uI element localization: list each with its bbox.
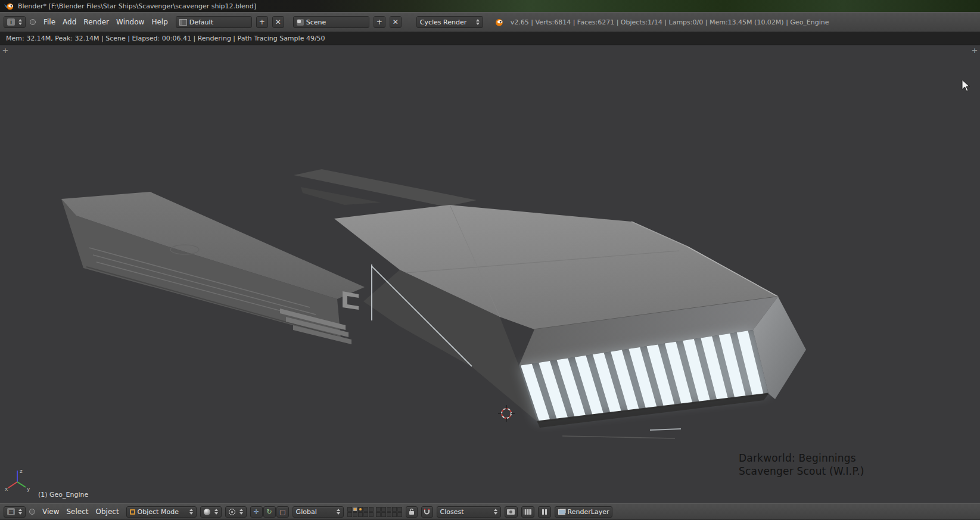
render-status-bar: Mem: 32.14M, Peak: 32.14M | Scene | Elap… — [0, 32, 980, 45]
mouse-cursor — [962, 79, 972, 92]
dropdown-arrows-icon — [214, 509, 218, 515]
layer-group-left — [347, 507, 374, 517]
scene-caption: Darkworld: Beginnings Scavenger Scout (W… — [739, 452, 864, 478]
dropdown-arrows-icon — [189, 509, 193, 515]
camera-icon — [507, 509, 515, 515]
layer-toggle-14[interactable] — [363, 512, 368, 517]
layer-toggle-10[interactable] — [397, 507, 402, 512]
menu-view[interactable]: View — [39, 507, 63, 516]
layer-toggle-6[interactable] — [376, 507, 381, 512]
layer-toggle-1[interactable] — [347, 507, 352, 512]
viewport-3d[interactable]: + + Darkworld: Beginnings Scavenger Scou… — [0, 45, 980, 503]
collapse-menus-icon[interactable] — [30, 19, 36, 25]
layer-toggle-2[interactable] — [353, 507, 357, 512]
interaction-mode-selector[interactable]: Object Mode — [126, 506, 197, 518]
layer-toggle-3[interactable] — [358, 507, 363, 512]
3d-cursor — [498, 405, 515, 422]
layer-toggle-13[interactable] — [358, 512, 363, 517]
screen-layout-selector[interactable]: Default — [176, 16, 252, 28]
interaction-mode-value: Object Mode — [138, 508, 179, 516]
lock-to-scene-button[interactable] — [406, 506, 418, 518]
delete-layout-button[interactable]: ✕ — [272, 16, 284, 28]
layer-toggle-5[interactable] — [369, 507, 374, 512]
editor-type-selector[interactable]: ▦ — [4, 506, 26, 518]
layer-toggle-17[interactable] — [381, 512, 386, 517]
menu-select[interactable]: Select — [63, 507, 92, 516]
render-layer-selector[interactable]: RenderLayer — [555, 506, 613, 518]
layer-toggle-7[interactable] — [381, 507, 386, 512]
add-layout-button[interactable]: + — [256, 16, 268, 28]
scene-statistics: v2.65 | Verts:6814 | Faces:6271 | Object… — [511, 18, 829, 26]
manipulator-toggles: ✛ ↻ ▢ — [250, 506, 289, 518]
layer-toggle-4[interactable] — [363, 507, 368, 512]
layer-toggle-11[interactable] — [347, 512, 352, 517]
editor-type-selector[interactable]: i — [4, 16, 26, 28]
scene-selector[interactable]: Scene — [293, 16, 369, 28]
layer-toggle-15[interactable] — [369, 512, 374, 517]
translate-manipulator-button[interactable]: ✛ — [250, 506, 263, 518]
menu-window[interactable]: Window — [113, 18, 148, 26]
render-engine-selector[interactable]: Cycles Render — [416, 16, 483, 28]
render-layer-value: RenderLayer — [568, 508, 609, 516]
svg-text:z: z — [20, 468, 23, 474]
screen-layout-icon — [179, 19, 187, 26]
info-header: i File Add Render Window Help Default + … — [0, 12, 980, 32]
orientation-value: Global — [296, 508, 317, 516]
3d-view-editor-icon: ▦ — [7, 508, 15, 515]
svg-text:y: y — [27, 486, 30, 492]
layer-toggle-8[interactable] — [387, 507, 391, 512]
window-title-bar: Blender* [F:\Blender Files\Star Ships\Sc… — [0, 0, 980, 12]
menu-render[interactable]: Render — [80, 18, 113, 26]
collapse-menus-icon[interactable] — [29, 509, 35, 515]
blender-logo-icon — [4, 2, 14, 11]
opengl-render-anim-button[interactable] — [521, 506, 534, 518]
properties-expand-icon[interactable]: + — [970, 46, 979, 54]
window-title: Blender* [F:\Blender Files\Star Ships\Sc… — [18, 2, 256, 10]
dropdown-arrows-icon — [476, 19, 480, 25]
menu-add[interactable]: Add — [59, 18, 80, 26]
menu-object[interactable]: Object — [92, 507, 123, 516]
snap-target-value: Closest — [440, 508, 464, 516]
opengl-render-button[interactable] — [505, 506, 518, 518]
transform-orientation-selector[interactable]: Global — [293, 506, 344, 518]
pivot-point-selector[interactable] — [225, 506, 247, 518]
view3d-menu-bar: View Select Object — [39, 507, 123, 516]
layer-selector — [347, 507, 402, 517]
menu-help[interactable]: Help — [148, 18, 171, 26]
dropdown-arrows-icon — [18, 19, 22, 25]
render-status-text: Mem: 32.14M, Peak: 32.14M | Scene | Elap… — [6, 35, 325, 42]
add-scene-button[interactable]: + — [374, 16, 385, 28]
rotate-manipulator-button[interactable]: ↻ — [263, 506, 276, 518]
layer-toggle-19[interactable] — [392, 512, 397, 517]
layer-toggle-12[interactable] — [353, 512, 357, 517]
snap-target-selector[interactable]: Closest — [437, 506, 501, 518]
layer-toggle-18[interactable] — [387, 512, 391, 517]
caption-line-1: Darkworld: Beginnings — [739, 452, 864, 465]
snap-toggle-button[interactable] — [421, 506, 433, 518]
svg-text:x: x — [5, 486, 8, 492]
scene-value: Scene — [306, 18, 326, 26]
layer-toggle-20[interactable] — [397, 512, 402, 517]
viewport-shading-selector[interactable] — [200, 506, 222, 518]
pivot-center-icon — [229, 509, 235, 515]
info-menu-bar: File Add Render Window Help — [40, 18, 172, 26]
shading-sphere-icon — [204, 509, 210, 515]
dropdown-arrows-icon — [239, 509, 243, 515]
pause-render-button[interactable] — [538, 506, 551, 518]
dropdown-arrows-icon — [494, 509, 497, 515]
lock-icon — [409, 508, 415, 515]
scale-manipulator-button[interactable]: ▢ — [276, 506, 289, 518]
pause-icon — [542, 509, 547, 515]
layer-toggle-9[interactable] — [392, 507, 397, 512]
axis-gizmo-icon: z x y — [4, 466, 31, 493]
delete-scene-button[interactable]: ✕ — [390, 16, 402, 28]
menu-file[interactable]: File — [40, 18, 59, 26]
dropdown-arrows-icon — [337, 509, 340, 515]
scene-icon — [297, 19, 304, 26]
layer-toggle-16[interactable] — [376, 512, 381, 517]
rendered-ship — [0, 45, 980, 503]
object-mode-icon — [130, 509, 135, 515]
toolshelf-expand-icon[interactable]: + — [1, 46, 10, 54]
layer-group-right — [376, 507, 402, 517]
render-layer-icon — [558, 509, 565, 515]
